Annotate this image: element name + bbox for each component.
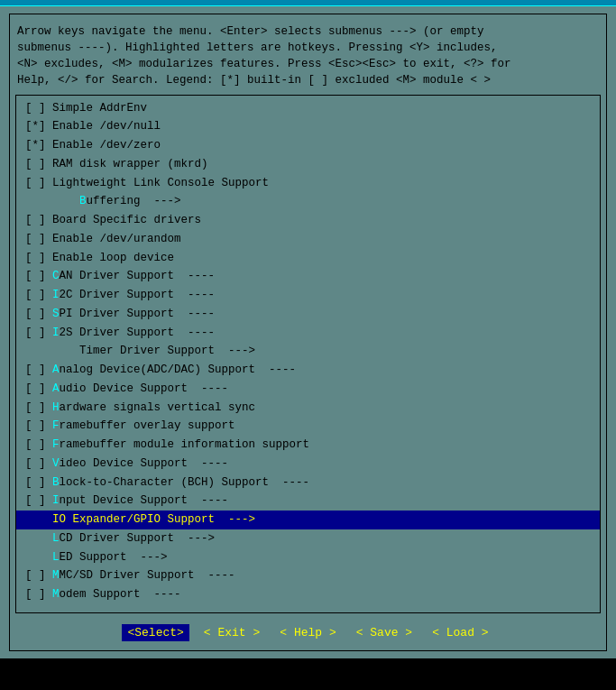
button-bar: <Select>< Exit >< Help >< Save >< Load > xyxy=(10,619,606,650)
main-container: Arrow keys navigate the menu. <Enter> se… xyxy=(0,6,616,658)
menu-item-i2c-driver[interactable]: [ ] I2C Driver Support ---- xyxy=(16,286,600,305)
menu-item-modem[interactable]: [ ] Modem Support ---- xyxy=(16,585,600,604)
hotkey-char: F xyxy=(52,419,60,432)
menu-item-timer-driver[interactable]: Timer Driver Support ---> xyxy=(16,342,600,361)
menu-item-led-support[interactable]: LED Support ---> xyxy=(16,548,600,567)
hotkey-char: C xyxy=(52,270,60,282)
help-text: Arrow keys navigate the menu. <Enter> se… xyxy=(10,20,606,95)
hotkey-char: B xyxy=(79,195,87,207)
menu-item-spi-driver[interactable]: [ ] SPI Driver Support ---- xyxy=(16,305,600,324)
hotkey-char: V xyxy=(52,457,60,470)
menu-item-buffering[interactable]: Buffering ---> xyxy=(16,192,600,211)
hotkey-char: S xyxy=(52,308,60,320)
hotkey-char: L xyxy=(52,532,60,545)
menu-item-audio-device[interactable]: [ ] Audio Device Support ---- xyxy=(16,380,600,399)
hotkey-char: A xyxy=(52,363,60,376)
menu-area[interactable]: [ ] Simple AddrEnv[*] Enable /dev/null[*… xyxy=(15,95,601,614)
hotkey-char: M xyxy=(52,569,60,582)
menu-item-can-driver[interactable]: [ ] CAN Driver Support ---- xyxy=(16,267,600,286)
menu-item-enable-dev-urandom[interactable]: [ ] Enable /dev/urandom xyxy=(16,230,600,249)
menu-item-ram-disk[interactable]: [ ] RAM disk wrapper (mkrd) xyxy=(16,155,600,174)
menu-item-enable-dev-null[interactable]: [*] Enable /dev/null xyxy=(16,117,600,136)
menu-item-hw-signals[interactable]: [ ] Hardware signals vertical sync xyxy=(16,399,600,418)
menu-item-input-device[interactable]: [ ] Input Device Support ---- xyxy=(16,492,600,511)
menu-item-io-expander[interactable]: IO Expander/GPIO Support ---> xyxy=(16,511,600,529)
menu-item-lcd-driver[interactable]: LCD Driver Support ---> xyxy=(16,529,600,548)
hotkey-char: I xyxy=(52,494,60,507)
bottom-bar xyxy=(0,658,616,675)
help-btn[interactable]: < Help > xyxy=(274,624,341,641)
save-btn[interactable]: < Save > xyxy=(351,624,418,641)
menu-item-mmc-sd[interactable]: [ ] MMC/SD Driver Support ---- xyxy=(16,566,600,585)
exit-btn[interactable]: < Exit > xyxy=(198,624,265,641)
menu-item-framebuffer-overlay[interactable]: [ ] Framebuffer overlay support xyxy=(16,417,600,436)
menu-item-video-device[interactable]: [ ] Video Device Support ---- xyxy=(16,455,600,474)
hotkey-char: I xyxy=(52,289,60,301)
menu-item-i2s-driver[interactable]: [ ] I2S Driver Support ---- xyxy=(16,324,600,343)
menu-item-block-to-char[interactable]: [ ] Block-to-Character (BCH) Support ---… xyxy=(16,474,600,492)
hotkey-char: F xyxy=(52,438,60,451)
menu-item-framebuffer-module[interactable]: [ ] Framebuffer module information suppo… xyxy=(16,436,600,455)
hotkey-char: I xyxy=(52,327,60,339)
menu-item-analog-device[interactable]: [ ] Analog Device(ADC/DAC) Support ---- xyxy=(16,361,600,380)
load-btn[interactable]: < Load > xyxy=(427,624,493,641)
menu-item-enable-loop[interactable]: [ ] Enable loop device xyxy=(16,249,600,268)
menu-item-enable-dev-zero[interactable]: [*] Enable /dev/zero xyxy=(16,136,600,155)
dialog: Arrow keys navigate the menu. <Enter> se… xyxy=(9,14,607,651)
hotkey-char: B xyxy=(52,476,60,489)
select-btn[interactable]: <Select> xyxy=(122,624,188,641)
menu-item-lightweight-link[interactable]: [ ] Lightweight Link Console Support xyxy=(16,174,600,193)
hotkey-char: H xyxy=(52,401,60,414)
hotkey-char: M xyxy=(52,588,60,601)
hotkey-char: L xyxy=(52,551,60,564)
menu-item-simple-addrenv[interactable]: [ ] Simple AddrEnv xyxy=(16,99,600,118)
hotkey-char: A xyxy=(52,382,60,395)
menu-item-board-specific[interactable]: [ ] Board Specific drivers xyxy=(16,211,600,230)
